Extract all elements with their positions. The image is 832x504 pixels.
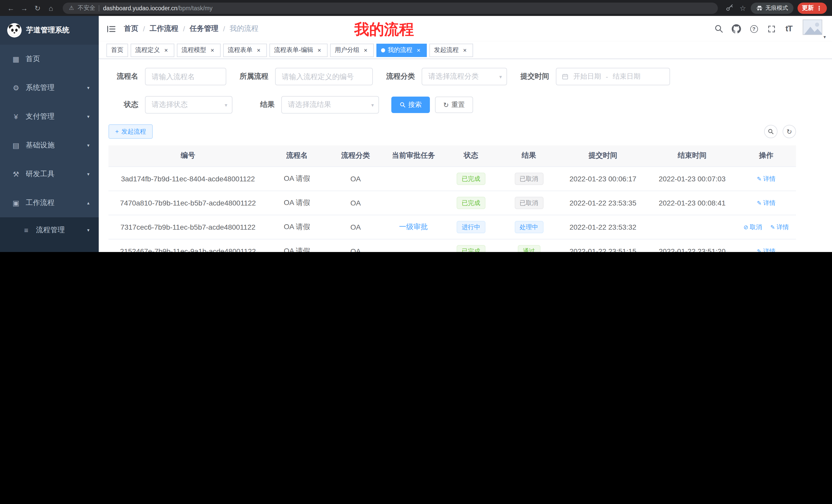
gear-icon: ⚙: [10, 84, 22, 92]
sidebar-item-payment-management[interactable]: ¥ 支付管理 ▾: [0, 102, 99, 131]
active-dot: [381, 48, 385, 52]
process-definition-input[interactable]: [275, 68, 373, 85]
close-icon[interactable]: ×: [209, 47, 216, 54]
detail-link[interactable]: ✎详情: [770, 223, 789, 231]
tab-process-form-edit[interactable]: 流程表单-编辑 ×: [269, 44, 328, 57]
tab-label: 流程表单-编辑: [274, 46, 313, 54]
sidebar-item-devtools[interactable]: ⚒ 研发工具 ▾: [0, 160, 99, 189]
forward-icon[interactable]: →: [19, 2, 30, 13]
reload-icon[interactable]: ↻: [32, 2, 43, 13]
github-icon[interactable]: [731, 23, 742, 34]
sidebar-item-infrastructure[interactable]: ▤ 基础设施 ▾: [0, 131, 99, 160]
cell-end-time: 2022-01-23 00:08:41: [648, 191, 736, 215]
cell-submit-time: 2022-01-22 23:53:35: [558, 191, 648, 215]
detail-link[interactable]: ✎详情: [757, 247, 775, 252]
toggle-search-icon[interactable]: [764, 125, 778, 138]
close-icon[interactable]: ×: [316, 47, 323, 54]
result-placeholder: 请选择流结果: [288, 100, 331, 109]
category-select[interactable]: 请选择流程分类 ▾: [422, 68, 507, 85]
url-host: dashboard.yudao.iocoder.cn: [103, 5, 177, 11]
tab-my-process[interactable]: 我的流程 ×: [376, 44, 427, 57]
dashboard-icon: ▦: [10, 55, 22, 63]
home-icon[interactable]: ⌂: [45, 2, 57, 13]
detail-link[interactable]: ✎详情: [757, 174, 775, 183]
chevron-up-icon: ▴: [87, 200, 89, 205]
viewport: ← → ↻ ⌂ ⚠ 不安全 dashboard.yudao.iocoder.cn…: [0, 0, 832, 252]
address-bar[interactable]: ⚠ 不安全 dashboard.yudao.iocoder.cn/bpm/tas…: [63, 2, 718, 13]
security-label[interactable]: 不安全: [78, 4, 95, 12]
breadcrumb: 首页 / 工作流程 / 任务管理 / 我的流程: [124, 24, 258, 33]
detail-link[interactable]: ✎详情: [757, 199, 775, 207]
tab-process-form[interactable]: 流程表单 ×: [223, 44, 267, 57]
table-row: 7470a810-7b9b-11ec-b5b7-acde48001122 OA …: [108, 191, 796, 215]
app-logo[interactable]: 芋道管理系统: [0, 16, 99, 45]
fullscreen-icon[interactable]: [766, 23, 777, 34]
col-status: 状态: [442, 145, 500, 166]
bookmark-star-icon[interactable]: ☆: [737, 2, 749, 13]
cell-category: OA: [327, 239, 385, 252]
breadcrumb-separator: /: [143, 25, 145, 33]
cell-id: 3ad174fb-7b9d-11ec-8404-acde48001122: [108, 166, 267, 191]
cell-id: 7470a810-7b9b-11ec-b5b7-acde48001122: [108, 191, 267, 215]
font-size-icon[interactable]: tT: [783, 23, 795, 34]
plus-icon: +: [115, 128, 119, 135]
tab-label: 用户分组: [335, 46, 359, 54]
cancel-link[interactable]: ⊘取消: [744, 223, 762, 231]
detail-label: 详情: [763, 199, 775, 207]
help-icon[interactable]: ?: [748, 23, 759, 34]
result-select[interactable]: 请选择流结果 ▾: [281, 96, 379, 114]
tab-label: 流程定义: [135, 46, 160, 54]
sidebar-item-system-management[interactable]: ⚙ 系统管理 ▾: [0, 74, 99, 102]
edit-icon: ✎: [757, 200, 761, 206]
sidebar-item-task-management[interactable]: ⚐ 任务管理 ▴: [0, 243, 99, 252]
update-button[interactable]: 更新 ⋮: [797, 2, 827, 13]
submit-time-range[interactable]: 开始日期 - 结束日期: [556, 68, 670, 85]
user-avatar[interactable]: ▾: [803, 20, 824, 38]
cell-submit-time: 2022-01-22 23:51:15: [558, 239, 648, 252]
tab-process-model[interactable]: 流程模型 ×: [177, 44, 220, 57]
close-icon[interactable]: ×: [415, 47, 422, 54]
password-key-icon[interactable]: [724, 2, 735, 13]
status-select[interactable]: 请选择状态 ▾: [145, 96, 232, 114]
incognito-badge: 无痕模式: [751, 2, 793, 13]
breadcrumb-workflow[interactable]: 工作流程: [150, 24, 178, 33]
refresh-table-icon[interactable]: ↻: [783, 125, 796, 138]
search-icon[interactable]: [713, 23, 725, 34]
calendar-icon: [562, 73, 569, 80]
cell-category: OA: [327, 215, 385, 239]
close-icon[interactable]: ×: [362, 47, 369, 54]
close-icon[interactable]: ×: [461, 47, 468, 54]
cell-submit-time: 2022-01-22 23:53:32: [558, 215, 648, 239]
process-name-input[interactable]: [145, 68, 226, 85]
cell-name: OA 请假: [267, 239, 327, 252]
tab-process-definition[interactable]: 流程定义 ×: [131, 44, 174, 57]
hamburger-icon[interactable]: [106, 24, 116, 34]
start-process-button[interactable]: + 发起流程: [108, 124, 153, 139]
search-button[interactable]: 搜索: [391, 96, 430, 113]
close-icon[interactable]: ×: [255, 47, 262, 54]
tab-start-process[interactable]: 发起流程 ×: [430, 44, 473, 57]
back-icon[interactable]: ←: [5, 2, 17, 13]
reset-button[interactable]: ↻ 重置: [435, 96, 473, 113]
cell-id: 2152467e-7b9b-11ec-9a1b-acde48001122: [108, 239, 267, 252]
sidebar-item-workflow[interactable]: ▣ 工作流程 ▴: [0, 189, 99, 217]
refresh-icon: ↻: [443, 101, 449, 109]
menu-dots-icon[interactable]: ⋮: [816, 4, 822, 11]
cell-current-task: [385, 166, 442, 191]
current-task-link[interactable]: 一级审批: [399, 222, 428, 230]
tab-home[interactable]: 首页: [106, 44, 128, 57]
avatar-image: [803, 20, 822, 35]
sidebar-item-process-management[interactable]: ≡ 流程管理 ▾: [0, 217, 99, 243]
incognito-icon: [756, 4, 763, 11]
col-name: 流程名: [267, 145, 327, 166]
sidebar-menu: ▦ 首页 ⚙ 系统管理 ▾ ¥ 支付管理 ▾ ▤ 基础设施 ▾: [0, 45, 99, 252]
close-icon[interactable]: ×: [162, 47, 170, 54]
breadcrumb-task-management[interactable]: 任务管理: [190, 24, 218, 33]
tab-user-group[interactable]: 用户分组 ×: [330, 44, 374, 57]
chevron-down-icon: ▾: [87, 85, 89, 90]
start-date-placeholder: 开始日期: [573, 72, 601, 81]
table-tools: ↻: [764, 125, 796, 138]
sidebar-item-label: 系统管理: [26, 83, 54, 92]
sidebar-item-home[interactable]: ▦ 首页: [0, 45, 99, 74]
breadcrumb-home[interactable]: 首页: [124, 24, 138, 33]
